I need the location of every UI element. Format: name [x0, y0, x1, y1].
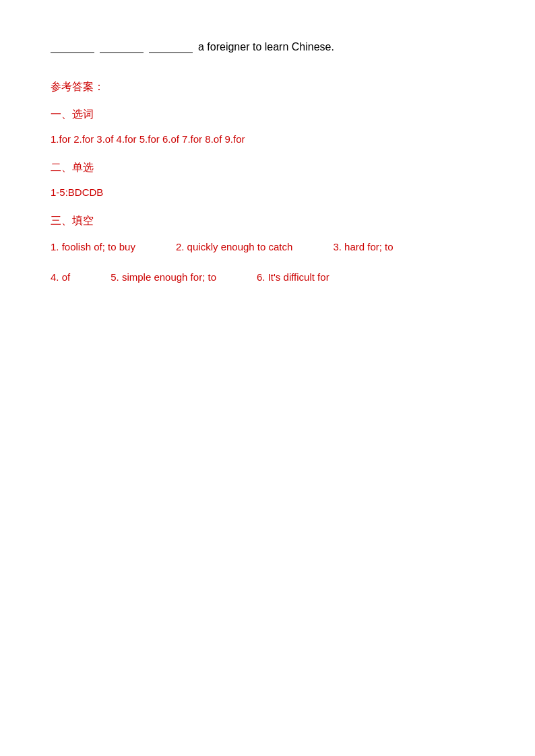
fill-text-1: foolish of; to buy	[62, 241, 135, 252]
section3-label: 三、填空	[51, 214, 484, 228]
answer-section: 参考答案： 一、选词 1.for 2.for 3.of 4.for 5.for …	[51, 80, 484, 286]
fill-item-5: 5. simple enough for; to	[111, 268, 216, 286]
fill-num-6: 6.	[257, 271, 265, 283]
section1-content: 1.for 2.for 3.of 4.for 5.for 6.of 7.for …	[51, 131, 484, 147]
section2-content: 1-5:BDCDB	[51, 184, 484, 201]
fill-item-4: 4. of	[51, 268, 70, 286]
fill-row-1: 1. foolish of; to buy 2. quickly enough …	[51, 238, 484, 256]
fill-text-3: hard for; to	[344, 241, 394, 252]
blank-2	[100, 40, 144, 53]
sentence-text: a foreigner to learn Chinese.	[198, 41, 334, 53]
fill-text-2: quickly enough to catch	[187, 241, 293, 252]
blank-3	[149, 40, 193, 53]
fill-num-1: 1.	[51, 241, 59, 252]
fill-row-2: 4. of 5. simple enough for; to 6. It's d…	[51, 268, 484, 286]
fill-num-4: 4.	[51, 271, 59, 283]
sentence-with-blanks: a foreigner to learn Chinese.	[51, 40, 484, 53]
fill-text-6: It's difficult for	[268, 271, 329, 283]
fill-text-5: simple enough for; to	[122, 271, 216, 283]
fill-num-3: 3.	[333, 241, 342, 252]
section1-label: 一、选词	[51, 108, 484, 122]
fill-text-4: of	[62, 271, 71, 283]
fill-num-5: 5.	[111, 271, 119, 283]
blank-1	[51, 40, 94, 53]
fill-item-2: 2. quickly enough to catch	[176, 238, 292, 256]
fill-num-2: 2.	[176, 241, 185, 252]
section2-label: 二、单选	[51, 161, 484, 175]
fill-item-6: 6. It's difficult for	[257, 268, 329, 286]
fill-item-1: 1. foolish of; to buy	[51, 238, 135, 256]
fill-item-3: 3. hard for; to	[333, 238, 393, 256]
answer-title: 参考答案：	[51, 80, 484, 94]
